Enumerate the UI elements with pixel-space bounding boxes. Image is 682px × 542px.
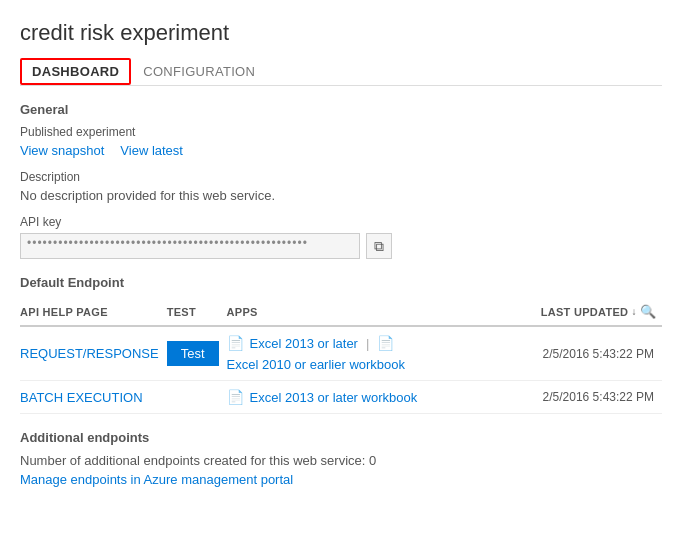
excel-2013-link[interactable]: Excel 2013 or later — [250, 336, 358, 351]
excel-icon-3: 📄 — [227, 389, 244, 405]
additional-endpoints-section: Additional endpoints Number of additiona… — [20, 430, 662, 487]
description-label: Description — [20, 170, 662, 184]
row1-last-updated: 2/5/2016 5:43:22 PM — [502, 326, 662, 381]
row1-api-help: REQUEST/RESPONSE — [20, 326, 167, 381]
search-icon[interactable]: 🔍 — [640, 304, 656, 319]
excel-icon-1: 📄 — [227, 335, 244, 351]
api-key-value: ••••••••••••••••••••••••••••••••••••••••… — [20, 233, 360, 259]
default-endpoint-section: Default Endpoint API HELP PAGE TEST APPS — [20, 275, 662, 414]
page-title: credit risk experiment — [20, 20, 662, 46]
published-experiment-label: Published experiment — [20, 125, 662, 139]
apps-divider: | — [364, 336, 371, 351]
request-response-link[interactable]: REQUEST/RESPONSE — [20, 346, 159, 361]
row2-last-updated: 2/5/2016 5:43:22 PM — [502, 381, 662, 414]
general-label: General — [20, 102, 662, 117]
col-header-last-updated: LAST UPDATED ↓ 🔍 — [502, 298, 662, 326]
col-header-test: TEST — [167, 298, 227, 326]
batch-execution-link[interactable]: BATCH EXECUTION — [20, 390, 143, 405]
api-key-section: API key ••••••••••••••••••••••••••••••••… — [20, 215, 662, 259]
default-endpoint-label: Default Endpoint — [20, 275, 662, 290]
col-header-apps: APPS — [227, 298, 502, 326]
manage-endpoints-link[interactable]: Manage endpoints in Azure management por… — [20, 472, 293, 487]
row1-apps: 📄 Excel 2013 or later | 📄 Excel 2010 or … — [227, 326, 502, 381]
excel-2010-link[interactable]: Excel 2010 or earlier workbook — [227, 357, 405, 372]
sort-down-icon: ↓ — [631, 306, 636, 317]
row1-test: Test — [167, 326, 227, 381]
view-latest-link[interactable]: View latest — [120, 143, 183, 158]
row2-apps: 📄 Excel 2013 or later workbook — [227, 381, 502, 414]
api-key-label: API key — [20, 215, 662, 229]
col-header-api-help-page: API HELP PAGE — [20, 298, 167, 326]
endpoint-table: API HELP PAGE TEST APPS LAST UPDATED ↓ 🔍 — [20, 298, 662, 414]
tab-configuration[interactable]: CONFIGURATION — [131, 58, 267, 85]
additional-endpoints-label: Additional endpoints — [20, 430, 662, 445]
description-text: No description provided for this web ser… — [20, 188, 662, 203]
table-row: REQUEST/RESPONSE Test 📄 Excel 2013 or la… — [20, 326, 662, 381]
table-row: BATCH EXECUTION 📄 Excel 2013 or later wo… — [20, 381, 662, 414]
row2-api-help: BATCH EXECUTION — [20, 381, 167, 414]
copy-api-key-button[interactable]: ⧉ — [366, 233, 392, 259]
last-updated-label: LAST UPDATED — [541, 306, 629, 318]
excel-2013-batch-link[interactable]: Excel 2013 or later workbook — [250, 390, 418, 405]
tabs-bar: DASHBOARD CONFIGURATION — [20, 58, 662, 86]
tab-dashboard[interactable]: DASHBOARD — [20, 58, 131, 85]
published-experiment-links: View snapshot View latest — [20, 143, 662, 158]
additional-count-text: Number of additional endpoints created f… — [20, 453, 662, 468]
view-snapshot-link[interactable]: View snapshot — [20, 143, 104, 158]
row2-test — [167, 381, 227, 414]
excel-icon-2: 📄 — [377, 335, 394, 351]
general-section: General Published experiment View snapsh… — [20, 102, 662, 259]
test-button-row1[interactable]: Test — [167, 341, 219, 366]
copy-icon: ⧉ — [374, 238, 384, 255]
